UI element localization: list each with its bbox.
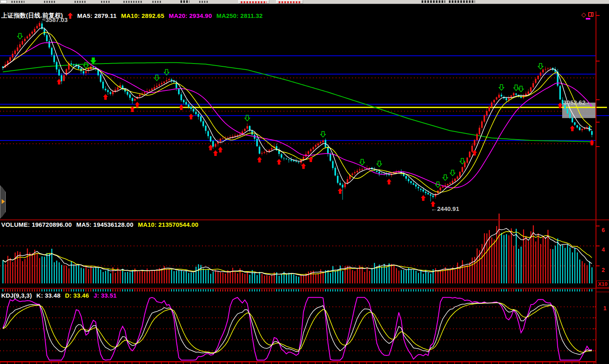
- kdj-j-value: J: 33.51: [94, 292, 117, 299]
- toolbar-status-text: [449, 0, 475, 3]
- volume-ma10-value: MA10: 213570544.00: [138, 221, 198, 228]
- toolbar-menu-item[interactable]: [11, 1, 24, 3]
- volume-ma5-value: MA5: 194536128.00: [76, 221, 133, 228]
- toolbar-menu-item[interactable]: [180, 0, 189, 3]
- up-arrow-icon: [68, 13, 73, 19]
- app-icon[interactable]: [0, 0, 7, 3]
- volume-value: VOLUME: 196720896.00: [1, 221, 72, 228]
- kdj-header: KDJ(9,3,3) K: 33.48 D: 33.46 J: 33.51: [1, 292, 117, 299]
- toolbar-menu-item[interactable]: [199, 1, 209, 3]
- price-volume-kdj-chart[interactable]: [0, 4, 609, 364]
- ma5-value: MA5: 2879.11: [77, 12, 117, 19]
- ma20-endpoint-dash: [586, 18, 590, 20]
- window-restore-icon[interactable]: [588, 12, 594, 17]
- ma20-value: MA20: 2934.90: [169, 12, 212, 19]
- kdj-title: KDJ(9,3,3): [1, 292, 32, 299]
- toolbar: [0, 0, 609, 4]
- kdj-axis-label: 1: [603, 305, 607, 311]
- volume-axis-tick-6: 6: [602, 227, 605, 233]
- toolbar-status-text: [422, 0, 445, 3]
- toolbar-menu-item[interactable]: [152, 1, 162, 3]
- kdj-d-value: D: 33.46: [65, 292, 89, 299]
- toolbar-menu-item[interactable]: [75, 1, 86, 3]
- ma10-value: MA10: 2892.65: [121, 12, 164, 19]
- volume-axis-tick-2: 2: [602, 267, 605, 273]
- toolbar-menu-item[interactable]: [101, 1, 111, 3]
- toolbar-button-1-label: [241, 1, 267, 3]
- volume-unit-label: X10: [596, 281, 609, 287]
- ma250-value: MA250: 2811.32: [216, 12, 263, 19]
- toolbar-menu-item[interactable]: [44, 1, 56, 3]
- toolbar-button-1[interactable]: [238, 0, 269, 4]
- toolbar-button-2[interactable]: [276, 0, 303, 4]
- toolbar-button-2-label: [279, 1, 301, 3]
- toolbar-menu-item[interactable]: [123, 1, 142, 3]
- window-icon-bar: [591, 13, 592, 16]
- level-price-annotation: 3052.62 -: [563, 99, 589, 106]
- expand-arrow-icon: [2, 199, 5, 204]
- low-price-annotation: ←2440.91: [431, 205, 459, 212]
- peak-price-annotation: ~3587.03: [42, 16, 68, 23]
- main-chart-header: 上证指数(日线.前复权) MA5: 2879.11 MA10: 2892.65 …: [1, 12, 263, 20]
- volume-header: VOLUME: 196720896.00 MA5: 194536128.00 M…: [1, 221, 198, 228]
- kdj-k-value: K: 33.48: [36, 292, 60, 299]
- chart-stage[interactable]: 上证指数(日线.前复权) MA5: 2879.11 MA10: 2892.65 …: [0, 4, 609, 364]
- diamond-icon[interactable]: ◇: [581, 11, 586, 18]
- volume-axis-tick-4: 4: [602, 246, 605, 253]
